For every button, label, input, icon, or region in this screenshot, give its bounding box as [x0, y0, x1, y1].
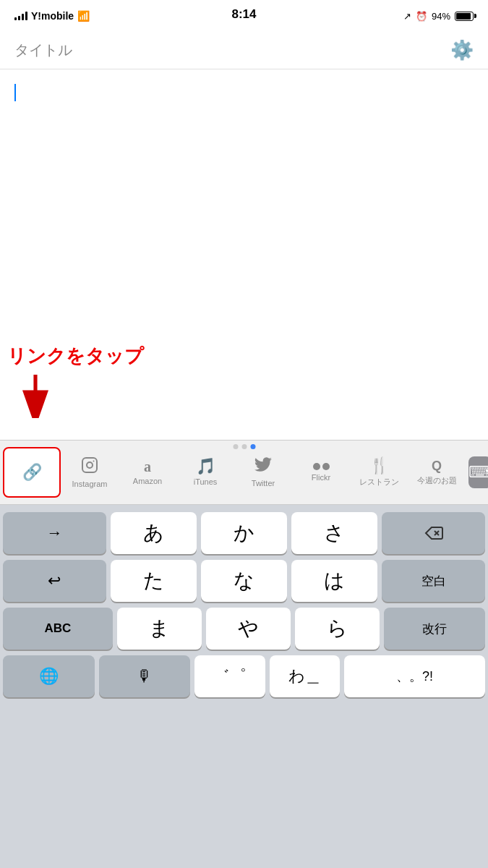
- signal-bar-2: [18, 16, 20, 20]
- twitter-icon: [254, 457, 272, 476]
- text-area[interactable]: [0, 69, 488, 373]
- key-sa[interactable]: さ: [291, 512, 377, 554]
- location-icon: ↗: [403, 11, 411, 22]
- battery-fill: [456, 13, 471, 20]
- keyboard-row-1: → あ か さ: [3, 512, 485, 554]
- key-globe[interactable]: 🌐: [3, 655, 95, 697]
- link-icon: 🔗: [22, 464, 42, 480]
- shortcut-weekly[interactable]: Q 今週のお題: [408, 447, 466, 498]
- status-left: Y!mobile 📶: [14, 10, 90, 22]
- key-ka[interactable]: か: [201, 512, 287, 554]
- shortcut-amazon[interactable]: a Amazon: [119, 447, 176, 498]
- key-a[interactable]: あ: [111, 512, 197, 554]
- carrier-label: Y!mobile: [31, 10, 74, 22]
- key-punctuation[interactable]: 、。?!: [344, 655, 485, 697]
- amazon-icon: a: [144, 459, 151, 474]
- shortcut-dots: [233, 444, 255, 449]
- wifi-icon: 📶: [77, 10, 90, 22]
- signal-bar-3: [22, 14, 24, 20]
- weekly-label: 今週のお題: [417, 475, 457, 486]
- key-wa[interactable]: わ＿: [270, 655, 340, 697]
- key-dakuten[interactable]: ゛゜: [194, 655, 265, 697]
- keyboard-row-4: 🌐 🎙 ゛゜ わ＿ 、。?!: [3, 655, 485, 697]
- keyboard-toggle[interactable]: ⌨: [468, 456, 488, 488]
- key-ya[interactable]: や: [206, 608, 291, 650]
- status-bar: Y!mobile 📶 8:14 ↗ ⏰ 94%: [0, 0, 488, 32]
- key-arrow[interactable]: →: [3, 512, 106, 554]
- itunes-label: iTunes: [194, 477, 218, 486]
- shortcut-bar: 🔗 Instagram a Amazon 🎵 iTunes: [0, 440, 488, 505]
- key-ta[interactable]: た: [111, 560, 197, 602]
- key-undo[interactable]: ↩: [3, 560, 106, 602]
- dot-3: [250, 444, 255, 449]
- arrow-down: [17, 375, 144, 418]
- annotation-text: リンクをタップ: [7, 344, 144, 369]
- shortcut-link[interactable]: 🔗: [3, 447, 61, 498]
- status-time: 8:14: [231, 7, 256, 22]
- settings-icon[interactable]: ⚙️: [450, 39, 474, 61]
- twitter-label: Twitter: [252, 479, 275, 488]
- flickr-icon: [313, 463, 330, 470]
- instagram-icon: [81, 456, 98, 477]
- itunes-icon: 🎵: [196, 459, 215, 475]
- shortcut-twitter[interactable]: Twitter: [234, 447, 292, 498]
- keyboard-row-2: ↩ た な は 空白: [3, 560, 485, 602]
- shortcut-items: 🔗 Instagram a Amazon 🎵 iTunes: [0, 441, 468, 504]
- svg-point-3: [87, 462, 93, 468]
- app-title: タイトル: [14, 41, 72, 60]
- amazon-label: Amazon: [133, 477, 162, 485]
- dot-2: [241, 444, 247, 449]
- app-header: タイトル ⚙️: [0, 32, 488, 69]
- status-right: ↗ ⏰ 94%: [403, 11, 474, 22]
- svg-point-4: [93, 461, 95, 462]
- key-return[interactable]: 改行: [384, 608, 485, 650]
- key-ra[interactable]: ら: [295, 608, 380, 650]
- shortcut-flickr[interactable]: Flickr: [292, 447, 350, 498]
- keyboard-row-3: ABC ま や ら 改行: [3, 608, 485, 650]
- signal-bars: [14, 12, 27, 20]
- restaurant-icon: 🍴: [369, 458, 389, 474]
- battery-icon: [455, 12, 474, 21]
- text-cursor: [14, 84, 16, 101]
- key-mic[interactable]: 🎙: [99, 655, 191, 697]
- alarm-icon: ⏰: [416, 11, 427, 22]
- weekly-icon: Q: [432, 459, 442, 472]
- key-space[interactable]: 空白: [382, 560, 485, 602]
- svg-rect-2: [82, 458, 97, 472]
- annotation: リンクをタップ: [7, 344, 144, 418]
- key-abc[interactable]: ABC: [3, 608, 113, 650]
- flickr-label: Flickr: [312, 473, 330, 482]
- key-na[interactable]: な: [201, 560, 287, 602]
- keyboard-toggle-icon: ⌨: [468, 463, 488, 482]
- shortcut-itunes[interactable]: 🎵 iTunes: [176, 447, 234, 498]
- key-delete[interactable]: [382, 512, 485, 554]
- signal-bar-1: [14, 17, 17, 20]
- keyboard: → あ か さ ↩ た な は 空白 ABC ま や ら 改行 🌐 🎙 ゛゜ わ…: [0, 505, 488, 868]
- instagram-label: Instagram: [72, 480, 108, 488]
- dot-1: [233, 444, 238, 449]
- battery-percent: 94%: [432, 11, 450, 22]
- key-ma[interactable]: ま: [117, 608, 202, 650]
- shortcut-restaurant[interactable]: 🍴 レストラン: [350, 447, 408, 498]
- signal-bar-4: [25, 12, 27, 20]
- shortcut-instagram[interactable]: Instagram: [61, 447, 119, 498]
- key-ha[interactable]: は: [291, 560, 377, 602]
- restaurant-label: レストラン: [359, 477, 399, 488]
